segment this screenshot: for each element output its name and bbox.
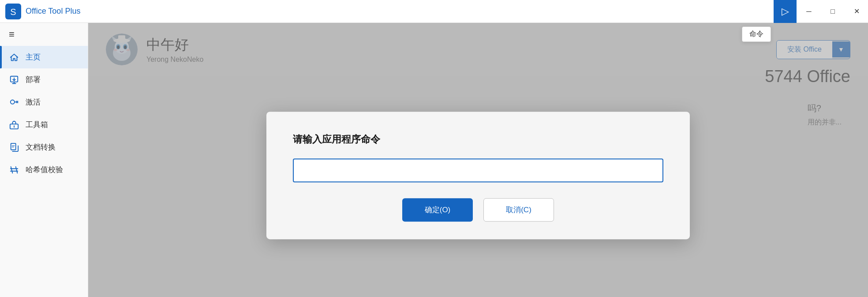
sidebar-item-hash[interactable]: 哈希值校验 (0, 158, 88, 181)
command-button[interactable]: ▷ (774, 0, 797, 23)
svg-text:S: S (10, 7, 16, 17)
sidebar-item-docconvert[interactable]: 文档转换 (0, 136, 88, 158)
main-layout: ≡ 主页 部署 (0, 23, 868, 297)
content-area: 中午好 Yerong NekoNeko 安装 Office ▼ 吗? 用的并非.… (88, 23, 868, 297)
hamburger-menu[interactable]: ≡ (0, 23, 88, 46)
minimize-button[interactable]: ─ (797, 0, 820, 23)
sidebar-item-docconvert-label: 文档转换 (26, 142, 56, 152)
sidebar-item-deploy-label: 部署 (26, 75, 41, 85)
svg-rect-5 (11, 143, 16, 150)
command-input[interactable] (293, 158, 663, 182)
confirm-button[interactable]: 确定(O) (402, 198, 473, 222)
app-title: Office Tool Plus (26, 7, 774, 16)
sidebar: ≡ 主页 部署 (0, 23, 88, 297)
home-icon (9, 53, 19, 62)
sidebar-item-deploy[interactable]: 部署 (0, 68, 88, 91)
sidebar-item-activate-label: 激活 (26, 97, 41, 107)
hash-icon (9, 165, 19, 175)
sidebar-item-toolbox-label: 工具箱 (26, 120, 48, 130)
svg-point-3 (11, 100, 15, 104)
toolbox-icon (9, 120, 19, 130)
sidebar-item-activate[interactable]: 激活 (0, 91, 88, 113)
sidebar-item-toolbox[interactable]: 工具箱 (0, 113, 88, 136)
docconvert-icon (9, 143, 19, 152)
dialog-buttons: 确定(O) 取消(C) (293, 198, 663, 222)
dialog-title: 请输入应用程序命令 (293, 133, 663, 146)
maximize-button[interactable]: □ (821, 0, 844, 23)
title-bar: S Office Tool Plus ▷ ─ □ ✕ (0, 0, 868, 23)
hamburger-icon: ≡ (9, 29, 15, 40)
cancel-button[interactable]: 取消(C) (483, 198, 554, 222)
key-icon (9, 98, 19, 107)
command-tooltip: 命令 (742, 26, 771, 42)
sidebar-item-home[interactable]: 主页 (0, 46, 88, 68)
sidebar-item-hash-label: 哈希值校验 (26, 165, 63, 175)
close-button[interactable]: ✕ (845, 0, 868, 23)
sidebar-item-home-label: 主页 (26, 52, 41, 62)
command-dialog: 请输入应用程序命令 确定(O) 取消(C) (266, 112, 690, 239)
window-controls: ▷ ─ □ ✕ (774, 0, 868, 23)
app-logo: S (5, 4, 21, 19)
deploy-icon (9, 75, 19, 85)
